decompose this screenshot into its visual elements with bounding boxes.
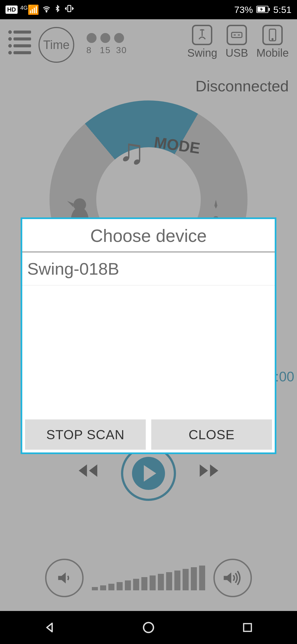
network-icon: 4G📶 — [20, 4, 39, 15]
status-left: HD 4G📶 — [6, 4, 75, 15]
stop-scan-button[interactable]: STOP SCAN — [25, 419, 146, 450]
close-button[interactable]: CLOSE — [151, 419, 272, 450]
back-button[interactable] — [42, 620, 57, 635]
device-item[interactable]: Swing-018B — [22, 252, 275, 285]
device-list: Swing-018B — [22, 252, 275, 417]
status-right: 73% 5:51 — [234, 4, 292, 15]
home-button[interactable] — [141, 620, 156, 635]
bluetooth-icon — [54, 4, 61, 15]
svg-point-0 — [46, 11, 47, 12]
battery-icon — [256, 4, 270, 15]
svg-rect-4 — [269, 8, 270, 11]
hd-badge: HD — [6, 6, 18, 14]
wifi-icon — [42, 4, 51, 15]
status-bar: HD 4G📶 73% 5:51 — [0, 0, 297, 19]
recent-apps-button[interactable] — [240, 620, 255, 635]
svg-rect-14 — [244, 624, 251, 631]
battery-percent: 73% — [234, 4, 253, 15]
system-nav-bar — [0, 611, 297, 644]
dialog-buttons: STOP SCAN CLOSE — [22, 417, 275, 452]
vibrate-icon — [64, 4, 75, 15]
clock-time: 5:51 — [273, 4, 292, 15]
svg-rect-1 — [68, 6, 71, 12]
svg-point-13 — [144, 623, 153, 632]
dialog-title: Choose device — [22, 219, 275, 252]
choose-device-dialog: Choose device Swing-018B STOP SCAN CLOSE — [21, 217, 276, 454]
app-area: Time 8 15 30 Swing — [0, 19, 297, 611]
